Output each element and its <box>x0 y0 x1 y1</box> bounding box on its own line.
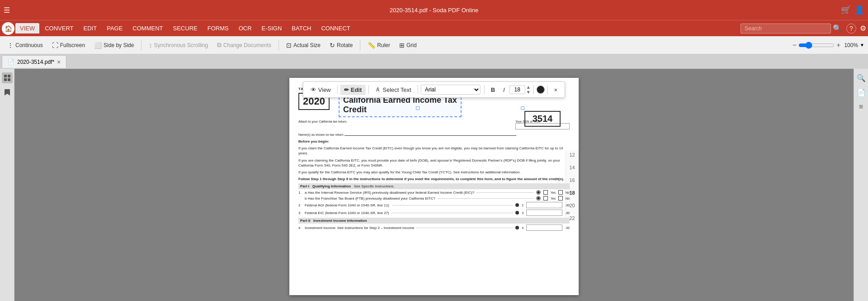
sync-scroll-icon: ↕ <box>149 42 152 49</box>
q2-cents: .00 <box>565 204 570 207</box>
change-documents-button[interactable]: ⧉ Change Documents <box>213 39 275 51</box>
search-input[interactable] <box>741 24 831 33</box>
user-icon[interactable]: 👤 <box>854 5 864 15</box>
radio-1a[interactable] <box>536 190 541 195</box>
italic-button[interactable]: I <box>500 85 509 95</box>
menu-view[interactable]: VIEW <box>15 23 39 33</box>
checkbox-1a-yes[interactable] <box>543 190 548 195</box>
help-icon[interactable]: ? <box>846 24 856 33</box>
menu-esign[interactable]: E-SIGN <box>257 23 287 33</box>
ruler-button[interactable]: 📏 Ruler <box>364 40 394 51</box>
q1-num: 1 <box>298 191 302 195</box>
home-button[interactable]: 🏠 <box>2 22 14 35</box>
change-docs-icon: ⧉ <box>217 41 222 49</box>
rotate-button[interactable]: ↻ Rotate <box>326 40 356 51</box>
before-begin-header: Before you begin: <box>298 139 570 144</box>
pdf-page: 👁 View ✏ Edit Ａ Select Text Arial Times … <box>289 78 579 295</box>
float-divider-6 <box>547 85 548 94</box>
float-divider-2 <box>368 85 368 94</box>
q3-label: Federal EIC (federal Form 1040 or 1040-S… <box>305 211 389 215</box>
separator-2 <box>278 40 279 51</box>
zoom-slider[interactable] <box>798 42 835 49</box>
font-size-input[interactable] <box>509 85 525 94</box>
bookmarks-panel-icon[interactable] <box>2 87 13 98</box>
bold-button[interactable]: B <box>487 85 499 95</box>
question-2: 2 Federal AGI (federal Form 1040 or 1040… <box>298 202 570 208</box>
svg-rect-3 <box>8 78 10 81</box>
dotted-line-2 <box>392 205 513 205</box>
part1-header: Part I Qualifying Information See Specif… <box>298 183 570 189</box>
checkbox-1b-no[interactable] <box>558 196 563 201</box>
question-1b: b Has the Franchise Tax Board (FTB) prev… <box>298 196 570 201</box>
synchronous-scrolling-button[interactable]: ↕ Synchronous Scrolling <box>145 40 211 51</box>
menu-secure[interactable]: SECURE <box>169 23 202 33</box>
cart-icon[interactable]: 🛒 <box>841 5 851 15</box>
home-icon: 🏠 <box>5 25 12 32</box>
q3-input[interactable] <box>526 210 562 216</box>
menu-edit[interactable]: EDIT <box>79 23 102 33</box>
checkbox-1a-no[interactable] <box>558 190 563 195</box>
right-page-icon[interactable]: 📄 <box>856 87 867 98</box>
zoom-in-button[interactable]: + <box>836 41 840 49</box>
fullscreen-icon: ⛶ <box>52 42 58 49</box>
selection-handle-bm <box>416 106 420 110</box>
q4-input[interactable] <box>526 225 562 231</box>
para3: If you qualify for the California EITC y… <box>298 170 570 175</box>
pdf-tab[interactable]: 📄 2020-3514.pdf* × <box>2 55 66 68</box>
bullet-2 <box>515 203 519 207</box>
q2-input[interactable] <box>526 202 562 208</box>
select-text-icon: Ａ <box>375 86 381 94</box>
dotted-line-3 <box>392 213 513 213</box>
hamburger-menu[interactable]: ☰ <box>4 6 10 14</box>
dotted-line-4 <box>417 228 513 228</box>
tab-label: 2020-3514.pdf* <box>17 59 54 65</box>
zoom-out-button[interactable]: − <box>793 41 797 49</box>
float-divider-1 <box>337 85 338 94</box>
menu-convert[interactable]: CONVERT <box>40 23 78 33</box>
right-search-icon[interactable]: 🔍 <box>856 72 867 83</box>
q4-num: 4 <box>298 226 302 230</box>
font-family-select[interactable]: Arial Times New Roman Courier New <box>421 85 481 95</box>
menu-ocr[interactable]: OCR <box>234 23 256 33</box>
menu-comment[interactable]: COMMENT <box>128 23 167 33</box>
q4-field-num: 4 <box>522 226 524 229</box>
menu-forms[interactable]: FORMS <box>203 23 233 33</box>
q1a-label: a Has the Internal Revenue Service (IRS)… <box>305 191 474 195</box>
color-picker-button[interactable] <box>537 86 545 94</box>
menu-batch[interactable]: BATCH <box>287 23 316 33</box>
radio-1b[interactable] <box>536 196 541 201</box>
float-select-text-button[interactable]: Ａ Select Text <box>371 84 415 96</box>
tab-close-button[interactable]: × <box>57 58 61 66</box>
font-size-arrow[interactable]: ▲▼ <box>526 85 531 95</box>
float-view-button[interactable]: 👁 View <box>307 85 335 95</box>
top-bar: ☰ 2020-3514.pdf - Soda PDF Online 🛒 👤 <box>0 0 868 20</box>
menu-page[interactable]: PAGE <box>102 23 127 33</box>
top-right-icons: 🛒 👤 <box>841 5 864 15</box>
float-divider-5 <box>533 85 534 94</box>
continuous-button[interactable]: ⋮ Continuous <box>4 40 47 51</box>
search-icon[interactable]: 🔍 <box>833 24 842 33</box>
main-layout: 👁 View ✏ Edit Ａ Select Text Arial Times … <box>0 69 868 301</box>
toolbar: ⋮ Continuous ⛶ Fullscreen ⬜ Side by Side… <box>0 36 868 54</box>
checkbox-1b-yes[interactable] <box>543 196 548 201</box>
side-by-side-button[interactable]: ⬜ Side by Side <box>90 40 137 51</box>
zoom-dropdown-arrow[interactable]: ▼ <box>860 43 864 48</box>
left-panel <box>0 69 14 301</box>
actual-size-button[interactable]: ⊡ Actual Size <box>283 40 324 51</box>
menu-connect[interactable]: CONNECT <box>316 23 354 33</box>
right-panel: 🔍 📄 ≡ <box>854 69 868 301</box>
pdf-area[interactable]: 👁 View ✏ Edit Ａ Select Text Arial Times … <box>14 69 854 301</box>
bullet-4 <box>515 226 519 229</box>
settings-icon[interactable]: ⚙ <box>860 24 866 33</box>
q2-num: 2 <box>298 203 302 207</box>
name-label: Name(s) as shown on tax return <box>298 133 344 136</box>
fullscreen-button[interactable]: ⛶ Fullscreen <box>48 40 89 51</box>
name-input[interactable] <box>344 130 516 136</box>
thumbnail-panel-icon[interactable] <box>2 72 13 83</box>
float-edit-button[interactable]: ✏ Edit <box>340 85 366 95</box>
question-4: 4 Investment Income. See instructions fo… <box>298 225 570 231</box>
right-properties-icon[interactable]: ≡ <box>856 101 867 112</box>
float-close-button[interactable]: × <box>551 85 561 95</box>
grid-button[interactable]: ⊞ Grid <box>396 40 420 51</box>
part2-header: Part II Investment Income Information <box>298 218 570 224</box>
